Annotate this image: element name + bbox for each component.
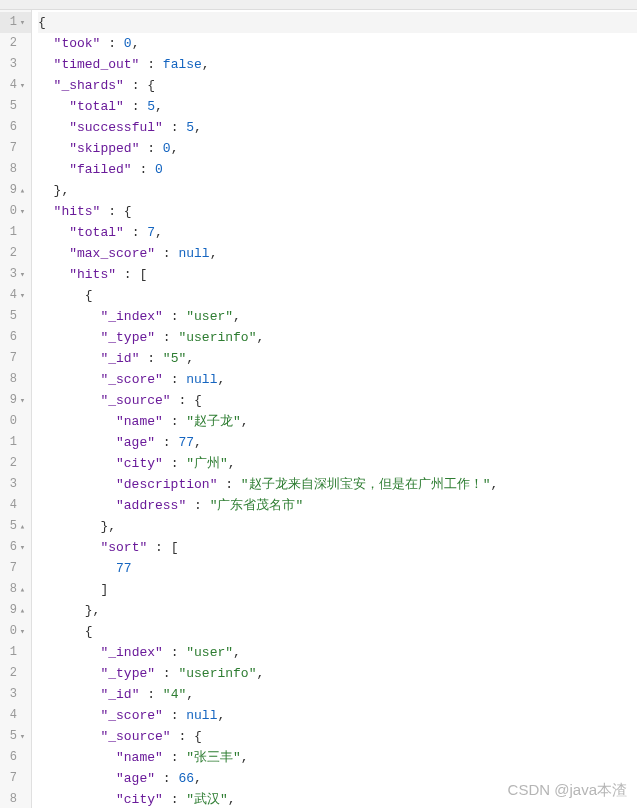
token-key: "name" — [116, 750, 163, 765]
token-null: null — [186, 372, 217, 387]
token-null: null — [178, 246, 209, 261]
fold-icon[interactable]: ▾ — [18, 265, 27, 286]
code-line: }, — [38, 516, 637, 537]
token-key: "age" — [116, 435, 155, 450]
token-colon: : — [155, 666, 178, 681]
code-line: "_index" : "user", — [38, 642, 637, 663]
fold-icon[interactable]: ▴ — [18, 601, 27, 622]
token-punct: , — [155, 99, 163, 114]
line-number: 4 — [10, 288, 17, 302]
line-number: 2 — [10, 36, 17, 50]
code-line: "_id" : "5", — [38, 348, 637, 369]
token-key: "_id" — [100, 687, 139, 702]
token-num: 0 — [155, 162, 163, 177]
fold-icon[interactable]: ▾ — [18, 727, 27, 748]
gutter-line: 2 — [0, 453, 31, 474]
gutter-line: 2 — [0, 243, 31, 264]
gutter-line: 3 — [0, 684, 31, 705]
line-number: 5 — [10, 729, 17, 743]
token-punct: , — [194, 120, 202, 135]
line-number: 7 — [10, 561, 17, 575]
token-punct: , — [233, 309, 241, 324]
line-number: 4 — [10, 708, 17, 722]
line-number: 8 — [10, 372, 17, 386]
gutter-line: 8 — [0, 789, 31, 808]
line-number: 5 — [10, 99, 17, 113]
line-number: 5 — [10, 519, 17, 533]
code-line: "failed" : 0 — [38, 159, 637, 180]
code-line: "city" : "武汉", — [38, 789, 637, 808]
token-null: null — [186, 708, 217, 723]
token-punct: , — [202, 57, 210, 72]
token-punct: , — [256, 666, 264, 681]
line-number: 8 — [10, 582, 17, 596]
token-key: "sort" — [100, 540, 147, 555]
token-str: "4" — [163, 687, 186, 702]
fold-icon[interactable]: ▴ — [18, 580, 27, 601]
token-str: "广州" — [186, 456, 228, 471]
fold-icon[interactable]: ▾ — [18, 286, 27, 307]
line-number: 3 — [10, 267, 17, 281]
token-colon: : — [100, 36, 123, 51]
code-area[interactable]: { "took" : 0, "timed_out" : false, "_sha… — [32, 10, 637, 808]
code-editor: 1▾2 3 4▾5 6 7 8 9▴0▾1 2 3▾4▾5 6 7 8 9▾0 … — [0, 10, 637, 808]
token-key: "successful" — [69, 120, 163, 135]
gutter-line: 8▴ — [0, 579, 31, 600]
gutter-line: 1 — [0, 642, 31, 663]
token-punct: , — [228, 456, 236, 471]
gutter-line: 2 — [0, 663, 31, 684]
gutter-line: 8 — [0, 159, 31, 180]
line-number: 0 — [10, 624, 17, 638]
fold-icon[interactable]: ▾ — [18, 202, 27, 223]
fold-icon[interactable]: ▾ — [18, 13, 27, 34]
code-line: "sort" : [ — [38, 537, 637, 558]
gutter-line: 7 — [0, 138, 31, 159]
fold-icon[interactable]: ▴ — [18, 517, 27, 538]
token-key: "_index" — [100, 645, 162, 660]
code-line: "_score" : null, — [38, 369, 637, 390]
code-line: }, — [38, 600, 637, 621]
token-key: "_score" — [100, 372, 162, 387]
code-line: "_id" : "4", — [38, 684, 637, 705]
token-num: 77 — [178, 435, 194, 450]
code-line: "_source" : { — [38, 726, 637, 747]
code-line: "age" : 77, — [38, 432, 637, 453]
line-number: 9 — [10, 183, 17, 197]
gutter-line: 5 — [0, 96, 31, 117]
token-colon: : — [155, 771, 178, 786]
token-punct: { — [85, 288, 93, 303]
fold-icon[interactable]: ▾ — [18, 76, 27, 97]
line-number: 5 — [10, 309, 17, 323]
gutter-line: 7 — [0, 348, 31, 369]
gutter-line: 9▴ — [0, 180, 31, 201]
fold-icon[interactable]: ▾ — [18, 391, 27, 412]
fold-icon[interactable]: ▾ — [18, 538, 27, 559]
line-number: 6 — [10, 120, 17, 134]
token-punct: , — [233, 645, 241, 660]
token-colon: : — [217, 477, 240, 492]
token-num: 66 — [178, 771, 194, 786]
token-punct: }, — [85, 603, 101, 618]
gutter-line: 6▾ — [0, 537, 31, 558]
code-line: "hits" : { — [38, 201, 637, 222]
token-punct: , — [241, 414, 249, 429]
gutter-line: 1▾ — [0, 12, 31, 33]
line-number: 1 — [10, 645, 17, 659]
token-bool: false — [163, 57, 202, 72]
token-key: "hits" — [54, 204, 101, 219]
gutter-line: 5 — [0, 306, 31, 327]
token-colon: : — [163, 750, 186, 765]
fold-icon[interactable]: ▴ — [18, 181, 27, 202]
line-number: 6 — [10, 330, 17, 344]
gutter-line: 6 — [0, 117, 31, 138]
token-punct: , — [256, 330, 264, 345]
token-key: "city" — [116, 456, 163, 471]
token-punct: , — [186, 687, 194, 702]
code-line: "hits" : [ — [38, 264, 637, 285]
fold-icon[interactable]: ▾ — [18, 622, 27, 643]
gutter-line: 3 — [0, 54, 31, 75]
gutter-line: 4 — [0, 495, 31, 516]
gutter-line: 8 — [0, 369, 31, 390]
token-punct: , — [217, 708, 225, 723]
token-num: 5 — [186, 120, 194, 135]
